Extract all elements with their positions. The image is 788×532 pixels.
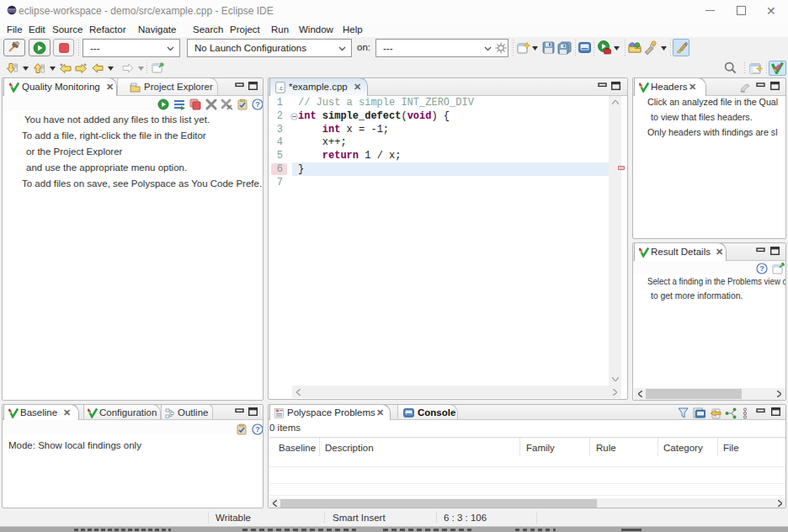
svg-text:?: ? [255, 425, 260, 434]
svg-text:.c: .c [278, 85, 283, 91]
svg-text:?: ? [759, 264, 764, 273]
svg-text:?: ? [255, 100, 260, 109]
